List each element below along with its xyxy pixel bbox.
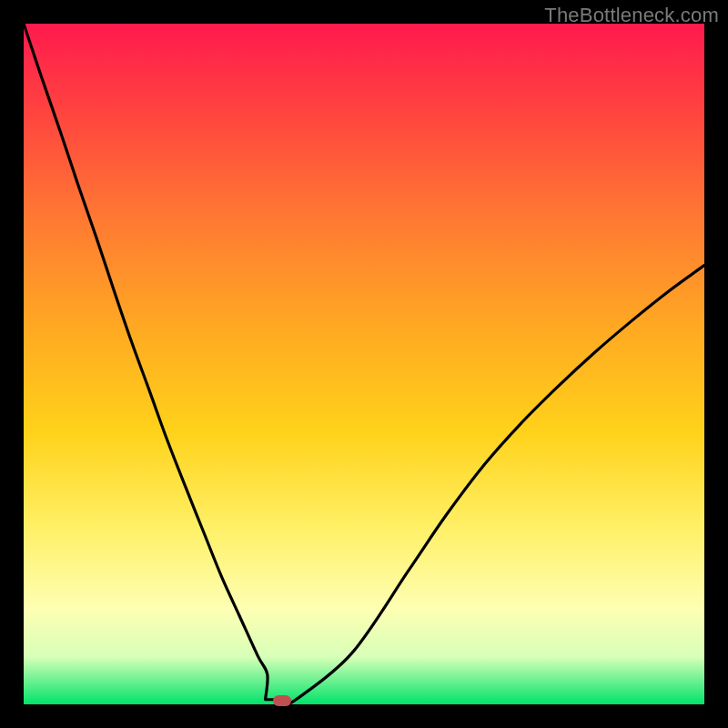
optimum-marker: [273, 695, 291, 706]
chart-plot-area: [24, 24, 704, 704]
chart-frame: TheBottleneck.com: [0, 0, 728, 728]
watermark-text: TheBottleneck.com: [544, 4, 719, 27]
bottleneck-curve: [24, 24, 704, 704]
